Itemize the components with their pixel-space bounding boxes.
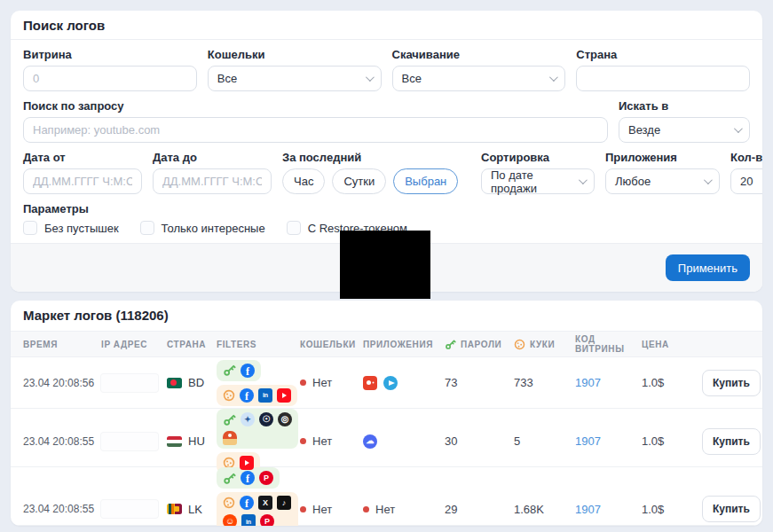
vitrina-input[interactable] bbox=[23, 66, 197, 91]
country-label: Страна bbox=[576, 48, 750, 61]
telegram-icon bbox=[383, 376, 398, 390]
applications-select-value: Любое bbox=[615, 175, 651, 188]
wallets-cell: Нет bbox=[300, 503, 363, 516]
sorting-select[interactable]: По дате продажи bbox=[481, 168, 595, 194]
sorting-field: Сортировка По дате продажи bbox=[481, 151, 595, 194]
checkbox-icon[interactable] bbox=[23, 221, 37, 235]
search-in-label: Искать в bbox=[619, 99, 750, 113]
last-period-hour-button[interactable]: Час bbox=[282, 168, 325, 194]
applications-field: Приложения Любое bbox=[605, 151, 720, 194]
applications-select[interactable]: Любое bbox=[605, 168, 720, 194]
download-select[interactable]: Все bbox=[392, 66, 566, 91]
key-icon bbox=[223, 413, 236, 426]
checkbox-icon[interactable] bbox=[140, 221, 154, 235]
checkbox-only-interesting[interactable]: Только интересные bbox=[140, 221, 265, 235]
checkbox-icon[interactable] bbox=[287, 221, 301, 235]
query-label: Поиск по запросу bbox=[23, 99, 608, 113]
key-icon bbox=[445, 339, 456, 350]
sorting-label: Сортировка bbox=[481, 151, 595, 164]
date-to-label: Дата до bbox=[153, 151, 272, 164]
wallets-label: Кошельки bbox=[208, 48, 382, 61]
table-row: 23.04 20:08:56 BD Нет bbox=[11, 357, 762, 409]
search-in-field: Искать в Везде bbox=[619, 99, 750, 143]
count-select[interactable]: 20 bbox=[730, 168, 762, 194]
query-field: Поиск по запросу bbox=[23, 99, 608, 143]
download-field: Скачивание Все bbox=[392, 48, 566, 91]
col-passwords: ПАРОЛИ bbox=[445, 339, 514, 350]
cookie-icon bbox=[223, 389, 235, 402]
passwords-filter-pill bbox=[217, 409, 298, 449]
cookies-filter-pill bbox=[217, 385, 297, 406]
filters-cell bbox=[217, 409, 300, 473]
search-in-select[interactable]: Везде bbox=[619, 117, 750, 143]
filters-cell bbox=[217, 360, 300, 406]
cookie-icon bbox=[223, 497, 235, 509]
linkedin-icon bbox=[241, 514, 256, 526]
date-from-input[interactable] bbox=[23, 168, 142, 194]
last-period-day-button[interactable]: Сутки bbox=[332, 168, 386, 194]
buy-button[interactable]: Купить bbox=[702, 428, 761, 455]
country-field: Страна bbox=[576, 48, 750, 91]
count-select-value: 20 bbox=[740, 175, 753, 188]
showcase-code-link[interactable]: 1907 bbox=[575, 503, 601, 516]
passwords-count: 73 bbox=[445, 376, 514, 389]
reddit-icon bbox=[223, 514, 237, 526]
facebook-icon bbox=[241, 364, 255, 378]
red-dot-icon bbox=[300, 506, 306, 512]
cookies-count: 1.68K bbox=[514, 503, 575, 516]
record-icon bbox=[278, 412, 292, 426]
col-country: СТРАНА bbox=[167, 340, 217, 349]
vitrina-field: Витрина bbox=[23, 48, 197, 91]
country-code: BD bbox=[188, 376, 204, 389]
table-header: ВРЕМЯ IP АДРЕС СТРАНА FILTERS КОШЕЛЬКИ П… bbox=[11, 331, 762, 357]
wallets-select[interactable]: Все bbox=[208, 66, 382, 91]
row-time: 23.04 20:08:55 bbox=[23, 503, 101, 515]
table-row: 23.04 20:08:55 LK bbox=[11, 467, 762, 526]
search-card-title: Поиск логов bbox=[11, 11, 762, 40]
facebook-icon bbox=[240, 388, 254, 403]
country-input[interactable] bbox=[576, 66, 750, 91]
buy-button[interactable]: Купить bbox=[702, 496, 761, 522]
showcase-code-link[interactable]: 1907 bbox=[575, 434, 601, 448]
facebook-icon bbox=[241, 471, 255, 485]
showcase-code-link[interactable]: 1907 bbox=[575, 376, 601, 389]
passwords-count: 29 bbox=[445, 503, 514, 516]
filters-cell bbox=[217, 467, 300, 526]
pinterest-icon bbox=[259, 471, 273, 485]
date-to-input[interactable] bbox=[153, 168, 272, 194]
log-market-card: Маркет логов (118206) ВРЕМЯ IP АДРЕС СТР… bbox=[11, 301, 762, 526]
price: 1.0$ bbox=[642, 434, 702, 448]
date-from-label: Дата от bbox=[23, 151, 142, 164]
tiktok-icon bbox=[277, 496, 291, 510]
checkbox-no-empty[interactable]: Без пустышек bbox=[23, 221, 119, 235]
checkbox-no-empty-label: Без пустышек bbox=[44, 222, 119, 235]
col-cookies: КУКИ bbox=[514, 339, 575, 350]
row-time: 23.04 20:08:55 bbox=[23, 435, 101, 448]
row-time: 23.04 20:08:56 bbox=[23, 377, 101, 389]
passwords-filter-pill bbox=[217, 467, 280, 489]
col-apps: ПРИЛОЖЕНИЯ bbox=[363, 340, 445, 349]
last-period-custom-button[interactable]: Выбран bbox=[393, 168, 458, 194]
youtube-icon bbox=[240, 456, 254, 470]
download-select-value: Все bbox=[402, 72, 422, 85]
ip-redacted bbox=[101, 433, 158, 450]
market-title: Маркет логов (118206) bbox=[11, 301, 762, 331]
mushroom-app-icon bbox=[223, 431, 237, 445]
pinterest-icon bbox=[260, 514, 274, 526]
params-label: Параметры bbox=[23, 202, 750, 215]
cookies-count: 733 bbox=[514, 376, 575, 389]
buy-button[interactable]: Купить bbox=[702, 370, 761, 396]
apps-cell: Нет bbox=[363, 503, 445, 516]
wallets-field: Кошельки Все bbox=[208, 48, 382, 91]
passwords-count: 30 bbox=[445, 434, 514, 448]
cloud-app-icon bbox=[363, 434, 377, 449]
count-field: Кол-во 20 bbox=[730, 151, 762, 194]
apps-cell bbox=[363, 376, 445, 390]
vitrina-label: Витрина bbox=[23, 48, 197, 61]
linkedin-icon bbox=[258, 388, 272, 403]
red-dot-icon bbox=[300, 438, 306, 444]
apply-button[interactable]: Применить bbox=[666, 254, 750, 281]
query-input[interactable] bbox=[23, 117, 608, 143]
search-in-select-value: Везде bbox=[628, 123, 660, 137]
passwords-filter-pill bbox=[217, 360, 261, 381]
